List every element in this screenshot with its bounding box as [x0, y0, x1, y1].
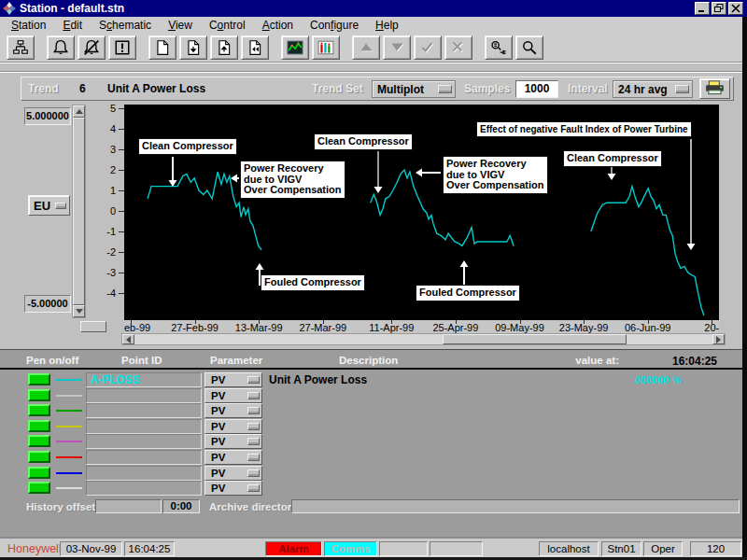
menu-schematic[interactable]: Schematic: [91, 19, 160, 32]
parameter-dropdown[interactable]: PV: [204, 481, 262, 496]
page-back-button[interactable]: [241, 35, 269, 60]
pen-toggle-button[interactable]: [28, 451, 50, 463]
parameter-value: PV: [211, 405, 225, 416]
menu-help[interactable]: Help: [367, 19, 407, 32]
nav-tree-icon: [12, 39, 29, 56]
pen-toggle-button[interactable]: [28, 467, 50, 479]
vertical-scrollbar[interactable]: [72, 105, 86, 318]
alarm-summary-button[interactable]: [108, 35, 136, 60]
parameter-dropdown[interactable]: PV: [204, 450, 262, 465]
vertical-scroll-thumb[interactable]: [73, 118, 85, 305]
point-id-field[interactable]: [86, 403, 202, 418]
status-bar: Honeywell 03-Nov-99 16:04:25 Alarm Comms…: [0, 537, 747, 557]
scroll-up-button[interactable]: [73, 105, 85, 118]
alarm-indicator[interactable]: Alarm: [265, 541, 322, 556]
trend-set-dropdown[interactable]: Multiplot: [372, 80, 456, 98]
history-offset-input[interactable]: [95, 499, 162, 513]
horizontal-scrollbar[interactable]: [121, 333, 726, 345]
nav-tree-button[interactable]: [7, 35, 35, 60]
parameter-dropdown[interactable]: PV: [204, 466, 262, 481]
menu-view[interactable]: View: [160, 19, 201, 32]
pen-toggle-button[interactable]: [28, 482, 50, 494]
title-bar[interactable]: Station - default.stn: [0, 0, 747, 17]
alarm-bell-button[interactable]: [47, 35, 75, 60]
point-id-field[interactable]: [86, 434, 202, 449]
toolbar-group: [47, 35, 136, 60]
arrow-up-button[interactable]: [352, 35, 380, 60]
horizontal-scroll-thumb[interactable]: [443, 334, 627, 344]
eu-dropdown[interactable]: EU: [28, 195, 70, 216]
y-range-top[interactable]: 5.000000: [24, 107, 71, 125]
y-range-bottom[interactable]: -5.00000: [24, 295, 71, 313]
print-button[interactable]: [699, 78, 730, 99]
archive-directory-input[interactable]: [291, 499, 740, 513]
point-id-field[interactable]: [86, 419, 202, 434]
menu-action[interactable]: Action: [254, 19, 302, 32]
page-blank-button[interactable]: [148, 35, 176, 60]
menu-control[interactable]: Control: [201, 19, 254, 32]
point-id-field[interactable]: [86, 481, 202, 496]
minimize-button[interactable]: [695, 2, 710, 15]
parameter-dropdown[interactable]: PV: [204, 372, 262, 387]
pen-toggle-button[interactable]: [28, 389, 50, 401]
eu-label: EU: [34, 199, 50, 213]
alarm-ack-button[interactable]: [78, 35, 106, 60]
point-id-field[interactable]: [86, 466, 202, 481]
page-up-button[interactable]: [210, 35, 238, 60]
y-tick-label: -4: [106, 287, 116, 299]
samples-input[interactable]: 1000: [515, 80, 558, 98]
point-id-field[interactable]: [86, 388, 202, 403]
parameter-dropdown[interactable]: PV: [204, 388, 262, 403]
point-id-field[interactable]: [86, 450, 202, 465]
pen-toggle-button[interactable]: [28, 404, 50, 416]
trend-title: Unit A Power Loss: [107, 82, 205, 95]
pen-toggle-button[interactable]: [28, 420, 50, 432]
parameter-dropdown[interactable]: PV: [204, 434, 262, 449]
arrow-down-button[interactable]: [383, 35, 411, 60]
menu-configure[interactable]: Configure: [302, 19, 367, 32]
status-host: localhost: [539, 541, 599, 556]
comms-indicator[interactable]: Comms: [324, 541, 377, 556]
alarm-ack-icon: [83, 39, 100, 56]
y-tick-label: 0: [110, 205, 116, 217]
x-tick-label: 09-May-99: [495, 322, 544, 333]
pen-color-swatch: [56, 472, 82, 474]
scroll-corner-button[interactable]: [80, 321, 106, 332]
trend-display-button[interactable]: [281, 35, 309, 60]
status-date: 03-Nov-99: [60, 541, 122, 556]
x-axis: eb-9927-Feb-9913-Mar-9927-Mar-9911-Apr-9…: [124, 320, 719, 333]
chart-annotation: Clean Compressor: [138, 138, 237, 155]
point-id-field[interactable]: A-PLOSS: [86, 372, 202, 387]
dropdown-dash-icon: [247, 392, 260, 399]
cancel-button[interactable]: [444, 35, 472, 60]
interval-dropdown[interactable]: 24 hr avg: [613, 80, 693, 98]
menu-edit[interactable]: Edit: [54, 19, 91, 32]
parameter-dropdown[interactable]: PV: [204, 403, 262, 418]
zoom-find-button[interactable]: [515, 35, 543, 60]
menu-station[interactable]: Station: [3, 19, 54, 32]
page-down-button[interactable]: [179, 35, 207, 60]
confirm-button[interactable]: [414, 35, 442, 60]
restore-button[interactable]: [712, 2, 726, 15]
close-button[interactable]: [728, 2, 743, 15]
y-axis: 543210-1-2-3-4: [87, 105, 124, 320]
status-role: Oper: [643, 541, 683, 556]
x-tick-label: 11-Apr-99: [369, 322, 414, 333]
status-time: 16:04:25: [124, 541, 175, 556]
pen-toggle-button[interactable]: [28, 373, 50, 385]
parameter-dropdown[interactable]: PV: [204, 419, 262, 434]
history-offset-label: History offset: [26, 501, 95, 512]
scroll-down-button[interactable]: [73, 305, 85, 317]
scroll-right-button[interactable]: [712, 334, 725, 344]
connect-icon: [490, 39, 507, 56]
connect-button[interactable]: [485, 35, 513, 60]
bar-display-button[interactable]: [312, 35, 340, 60]
pen-toggle-button[interactable]: [28, 435, 50, 447]
pen-row: PV: [0, 450, 747, 465]
trend-set-value: Multiplot: [373, 83, 438, 96]
alarm-bell-icon: [52, 39, 69, 56]
chart-annotation: Effect of negative Fault Index of Power …: [476, 121, 692, 137]
parameter-value: PV: [211, 374, 225, 385]
col-description: Description: [339, 355, 398, 366]
scroll-left-button[interactable]: [122, 334, 134, 344]
